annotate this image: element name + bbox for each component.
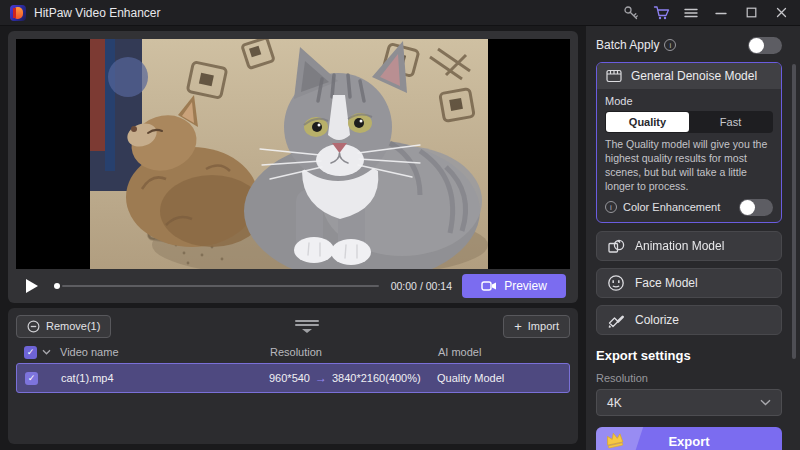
row-resolution: 960*540 → 3840*2160(400%) <box>269 371 437 385</box>
activation-key-icon[interactable] <box>616 0 646 26</box>
app-logo-icon <box>10 5 26 21</box>
row-checkbox[interactable]: ✓ <box>25 372 38 385</box>
table-header: ✓ Video name Resolution AI model <box>16 341 570 363</box>
chevron-down-icon[interactable] <box>42 349 51 355</box>
mode-description: The Quality model will give you the high… <box>605 138 773 193</box>
general-denoise-card: General Denoise Model Mode Quality Fast … <box>596 62 782 223</box>
mode-quality-button[interactable]: Quality <box>606 112 689 132</box>
color-enhancement-label: Color Enhancement <box>623 201 720 213</box>
info-icon[interactable]: i <box>664 39 676 51</box>
row-video-name: cat(1).mp4 <box>61 372 269 384</box>
animation-model-button[interactable]: Animation Model <box>596 231 782 261</box>
row-ai-model: Quality Model <box>437 372 569 384</box>
colorize-label: Colorize <box>635 313 679 327</box>
paint-brush-icon <box>607 311 625 329</box>
export-label: Export <box>668 434 709 449</box>
batch-apply-label: Batch Apply <box>596 38 659 52</box>
video-preview[interactable] <box>16 39 570 269</box>
column-resolution[interactable]: Resolution <box>270 346 438 358</box>
file-list-toolbar: Remove(1) + Import <box>16 314 570 338</box>
chevron-down-icon <box>302 329 312 333</box>
menu-icon[interactable] <box>676 0 706 26</box>
seek-bar[interactable] <box>62 285 379 287</box>
export-button[interactable]: Export <box>596 427 782 450</box>
colorize-button[interactable]: Colorize <box>596 305 782 335</box>
mode-segmented-control: Quality Fast <box>605 111 773 133</box>
column-video-name[interactable]: Video name <box>60 346 270 358</box>
info-icon[interactable]: i <box>605 201 617 213</box>
preview-button[interactable]: Preview <box>462 274 566 298</box>
select-all-checkbox[interactable]: ✓ <box>24 346 37 359</box>
window-title: HitPaw Video Enhancer <box>34 6 161 20</box>
remove-label: Remove(1) <box>46 320 100 332</box>
resolution-label: Resolution <box>596 372 782 384</box>
plus-icon: + <box>514 320 522 333</box>
general-denoise-label: General Denoise Model <box>631 69 757 83</box>
export-settings-heading: Export settings <box>596 348 782 363</box>
play-button[interactable] <box>26 279 40 293</box>
minimize-button[interactable] <box>706 0 736 26</box>
crown-icon <box>602 430 626 450</box>
chevron-down-icon <box>760 399 771 406</box>
app-window: HitPaw Video Enhancer <box>0 0 800 450</box>
film-frame-icon <box>606 69 622 83</box>
batch-apply-toggle[interactable] <box>748 37 782 54</box>
titlebar: HitPaw Video Enhancer <box>0 0 800 26</box>
target-resolution: 3840*2160(400%) <box>332 372 421 384</box>
video-player-panel: 00:00 / 00:14 Preview <box>8 31 578 303</box>
scrollbar[interactable] <box>792 64 796 359</box>
camcorder-icon <box>481 280 497 292</box>
resolution-value: 4K <box>607 396 622 410</box>
file-list-panel: Remove(1) + Import ✓ Video name <box>8 308 578 444</box>
face-model-button[interactable]: Face Model <box>596 268 782 298</box>
close-button[interactable] <box>766 0 796 26</box>
import-label: Import <box>528 320 559 332</box>
cart-icon[interactable] <box>646 0 676 26</box>
animation-shapes-icon <box>607 238 625 254</box>
resolution-select[interactable]: 4K <box>596 389 782 416</box>
time-display: 00:00 / 00:14 <box>391 280 452 292</box>
import-button[interactable]: + Import <box>503 315 570 338</box>
color-enhancement-row: i Color Enhancement <box>605 198 773 216</box>
maximize-button[interactable] <box>736 0 766 26</box>
arrow-right-icon: → <box>315 371 327 385</box>
face-model-label: Face Model <box>635 276 698 290</box>
face-icon <box>607 274 625 292</box>
panel-resize-handle[interactable] <box>275 316 339 337</box>
batch-apply-row: Batch Apply i <box>596 36 782 54</box>
source-resolution: 960*540 <box>269 372 310 384</box>
playback-controls: 00:00 / 00:14 Preview <box>16 269 570 303</box>
playhead-dot[interactable] <box>54 283 60 289</box>
mode-label: Mode <box>605 95 773 107</box>
remove-minus-circle-icon <box>27 320 40 333</box>
animation-model-label: Animation Model <box>635 239 724 253</box>
general-denoise-header[interactable]: General Denoise Model <box>597 63 781 89</box>
settings-sidebar: Batch Apply i General Denoise Model Mode… <box>586 26 800 450</box>
mode-fast-button[interactable]: Fast <box>689 112 772 132</box>
remove-button[interactable]: Remove(1) <box>16 315 111 338</box>
column-ai-model[interactable]: AI model <box>438 346 570 358</box>
color-enhancement-toggle[interactable] <box>739 199 773 216</box>
table-row[interactable]: ✓ cat(1).mp4 960*540 → 3840*2160(400%) Q… <box>16 363 570 393</box>
video-frame-cats-image <box>90 39 488 269</box>
preview-label: Preview <box>504 279 547 293</box>
